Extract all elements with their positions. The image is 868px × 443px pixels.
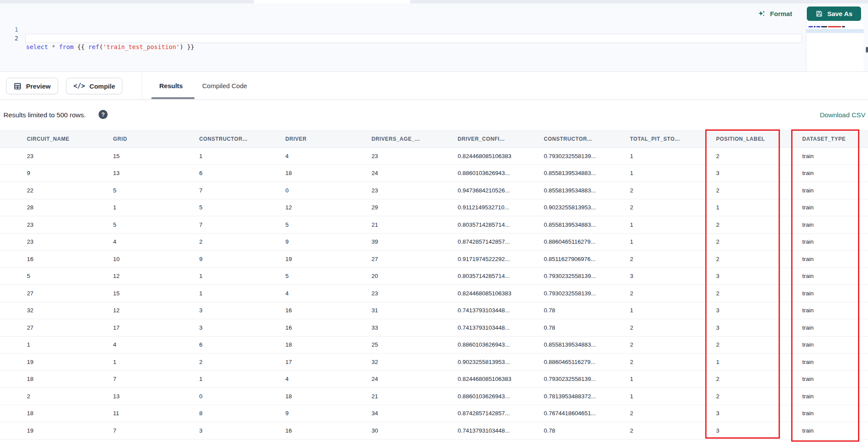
cell: 33 [366, 324, 453, 331]
table-row: 23575210.8035714285714...0.8558139534883… [0, 216, 868, 234]
cell: 23 [366, 153, 453, 159]
code-token: from [59, 43, 74, 50]
cell: 21 [366, 222, 453, 228]
code-token: }} [184, 43, 194, 50]
code-token: {{ [74, 43, 89, 50]
cell: 7 [194, 222, 280, 228]
save-as-button[interactable]: Save As [807, 7, 861, 21]
cell: 3 [711, 273, 797, 279]
line-number-gutter: 1 2 [0, 25, 18, 43]
cell: 0.7930232558139... [539, 153, 625, 159]
cell: 0.9112149532710... [453, 204, 539, 211]
cell: 2 [194, 359, 280, 365]
cell: 5 [280, 273, 367, 279]
cell: 2 [711, 187, 797, 194]
cell: 20 [366, 273, 453, 279]
cell: 27 [22, 324, 108, 331]
preview-button[interactable]: Preview [6, 78, 58, 94]
table-row: 18714240.8244680851063830.7930232558139.… [0, 371, 868, 388]
cell: 6 [194, 170, 280, 176]
floppy-disk-icon [815, 10, 823, 17]
cell: 9 [280, 410, 367, 417]
cell: 0 [194, 393, 280, 400]
compile-button[interactable]: </> Compile [66, 78, 122, 94]
cell: 0.8860103626943... [453, 393, 539, 400]
cell: 3 [711, 170, 797, 176]
cell: 22 [22, 187, 108, 194]
cell: 25 [366, 341, 453, 348]
cell: 16 [280, 427, 367, 434]
line-number: 2 [0, 34, 18, 43]
results-table: CIRCUIT_NAMEGRIDCONSTRUCTOR...DRIVERDRIV… [0, 130, 868, 440]
cell: 16 [280, 324, 367, 331]
code-editor-input[interactable]: select * from {{ ref('train_test_positio… [26, 25, 803, 69]
cell: 1 [711, 204, 797, 211]
cell: 16 [280, 307, 367, 314]
column-header: DRIVER [280, 136, 367, 142]
cell: 5 [22, 273, 108, 279]
format-label: Format [770, 10, 792, 17]
sparkles-icon [758, 10, 766, 18]
cell: 21 [366, 393, 453, 400]
code-brackets-icon: </> [73, 82, 85, 90]
cell: 0.78 [539, 427, 625, 434]
cell: 1 [194, 290, 280, 297]
cell: 1 [625, 393, 711, 400]
cell: 2 [625, 204, 711, 211]
cell: 0.824468085106383 [453, 376, 539, 382]
cell: 12 [280, 204, 367, 211]
cell: 10 [108, 256, 194, 262]
code-token: 'train_test_position' [103, 43, 180, 50]
cell: train [797, 359, 868, 365]
cell: 0.78 [539, 307, 625, 314]
table-row: 23429390.8742857142857...0.8860465116279… [0, 234, 868, 251]
cell: 4 [280, 376, 367, 382]
cell: 19 [22, 359, 108, 365]
cell: 2 [625, 324, 711, 331]
cell: 1 [625, 170, 711, 176]
table-row: 913618240.8860103626943...0.855813953488… [0, 165, 868, 182]
cell: 3 [194, 324, 280, 331]
cell: 0.8558139534883... [539, 187, 625, 194]
sql-editor-panel[interactable]: Format Save As 1 2 select * from {{ ref(… [0, 3, 868, 71]
cell: 0 [280, 187, 367, 194]
cell: 4 [280, 153, 367, 159]
code-token: select [26, 43, 48, 50]
editor-minimap[interactable] [806, 21, 864, 71]
cell: train [797, 290, 868, 297]
active-tab-underline [151, 97, 194, 99]
format-button[interactable]: Format [758, 10, 792, 18]
cell: 7 [194, 187, 280, 194]
cell: 17 [280, 359, 367, 365]
scrollbar-thumb[interactable] [866, 47, 868, 53]
cell: 15 [108, 290, 194, 297]
table-row: 2717316330.7413793103448...0.7823train [0, 319, 868, 337]
cell: train [797, 238, 868, 245]
cell: 0.7413793103448... [453, 324, 539, 331]
cell: 29 [366, 204, 453, 211]
active-tab-strip [254, 0, 410, 3]
cell: 0.8742857142857... [453, 238, 539, 245]
code-token: ) [180, 43, 183, 50]
cell: 19 [280, 256, 367, 262]
cell: train [797, 427, 868, 434]
help-icon[interactable]: ? [99, 110, 108, 119]
cell: 2 [625, 256, 711, 262]
tab-results[interactable]: Results [159, 72, 183, 100]
cell: 1 [625, 238, 711, 245]
cell: train [797, 187, 868, 194]
cell: 24 [366, 376, 453, 382]
toolbar-divider [142, 72, 142, 100]
cell: 13 [108, 393, 194, 400]
cell: 1 [22, 341, 108, 348]
download-csv-link[interactable]: Download CSV [820, 111, 865, 119]
cell: 5 [280, 222, 367, 228]
cell: 0.824468085106383 [453, 153, 539, 159]
cell: 0.7930232558139... [539, 376, 625, 382]
column-header: GRID [108, 136, 194, 142]
minimap-viewport[interactable] [806, 29, 864, 33]
tab-compiled-code[interactable]: Compiled Code [202, 72, 247, 100]
table-grid-icon [13, 82, 22, 90]
cell: 23 [22, 222, 108, 228]
cell: train [797, 256, 868, 262]
